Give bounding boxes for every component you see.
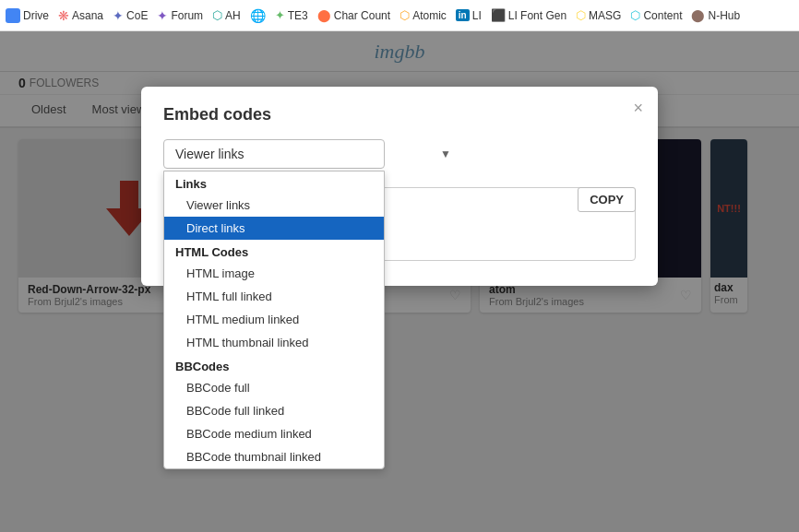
option-bbcode-medium-linked[interactable]: BBCode medium linked [164, 422, 384, 445]
dropdown-group-html: HTML Codes [164, 240, 384, 262]
forum-icon: ✦ [157, 8, 168, 23]
lifontgen-icon: ⬛ [491, 8, 506, 22]
option-direct-links[interactable]: Direct links [164, 217, 384, 240]
nav-ah[interactable]: ⬡ AH [212, 8, 241, 22]
option-html-image[interactable]: HTML image [164, 262, 384, 285]
dropdown-menu: Links Viewer links Direct links HTML Cod… [163, 171, 385, 469]
nav-nhub[interactable]: ⬤ N-Hub [691, 8, 740, 22]
option-bbcode-full-linked[interactable]: BBCode full linked [164, 399, 384, 422]
nav-drive[interactable]: Drive [6, 8, 49, 23]
asana-icon: ❋ [58, 8, 69, 23]
copy-button[interactable]: COPY [578, 187, 636, 212]
nav-globe[interactable]: 🌐 [250, 8, 266, 23]
nhub-icon: ⬤ [691, 8, 705, 22]
ah-icon: ⬡ [212, 8, 222, 22]
nav-asana[interactable]: ❋ Asana [58, 8, 103, 23]
coe-icon: ✦ [113, 8, 124, 23]
nav-content[interactable]: ⬡ Content [630, 8, 682, 22]
option-html-full-linked[interactable]: HTML full linked [164, 285, 384, 308]
option-bbcode-full[interactable]: BBCode full [164, 376, 384, 399]
dropdown-container: Viewer links ▼ Links Viewer links Direct… [163, 139, 636, 169]
dropdown-group-bbcodes: BBCodes [164, 354, 384, 376]
content-icon: ⬡ [630, 8, 640, 22]
option-html-thumbnail-linked[interactable]: HTML thumbnail linked [164, 331, 384, 354]
modal-close-button[interactable]: × [633, 100, 643, 116]
te3-icon: ✦ [275, 8, 285, 22]
chevron-down-icon: ▼ [440, 148, 451, 160]
modal-title: Embed codes [163, 105, 636, 124]
dropdown-group-links: Links [164, 171, 384, 194]
option-bbcode-thumbnail-linked[interactable]: BBCode thumbnail linked [164, 445, 384, 468]
nav-te3[interactable]: ✦ TE3 [275, 8, 308, 22]
nav-atomic[interactable]: ⬡ Atomic [400, 8, 447, 22]
embed-codes-modal: Embed codes × Viewer links ▼ Links Viewe… [141, 87, 658, 286]
option-viewer-links[interactable]: Viewer links [164, 194, 384, 217]
atomic-icon: ⬡ [400, 8, 410, 22]
embed-type-select[interactable]: Viewer links [163, 139, 385, 169]
charcount-icon: ⬤ [317, 8, 331, 22]
main-content: imgbb 0 FOLLOWERS Oldest Most view [0, 31, 799, 532]
nav-lifontgen[interactable]: ⬛ LI Font Gen [491, 8, 566, 22]
option-html-medium-linked[interactable]: HTML medium linked [164, 308, 384, 331]
globe-icon: 🌐 [250, 8, 266, 23]
top-navigation: Drive ❋ Asana ✦ CoE ✦ Forum ⬡ AH 🌐 ✦ TE3… [0, 0, 799, 31]
modal-overlay: Embed codes × Viewer links ▼ Links Viewe… [0, 31, 799, 532]
nav-masg[interactable]: ⬡ MASG [576, 8, 621, 22]
nav-li[interactable]: in LI [456, 9, 482, 22]
drive-icon [6, 8, 20, 23]
masg-icon: ⬡ [576, 8, 586, 22]
nav-charcount[interactable]: ⬤ Char Count [317, 8, 390, 22]
li-icon: in [456, 9, 470, 21]
nav-coe[interactable]: ✦ CoE [113, 8, 148, 23]
nav-forum[interactable]: ✦ Forum [157, 8, 203, 23]
